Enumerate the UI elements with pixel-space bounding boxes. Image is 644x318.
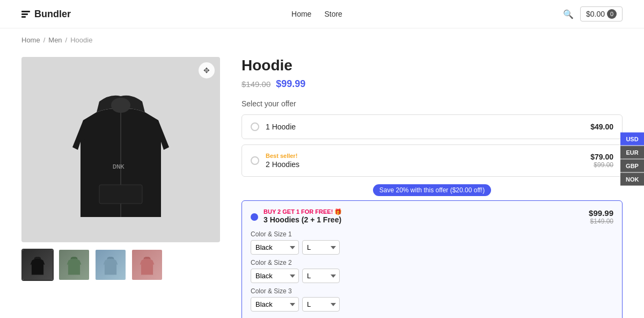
breadcrumb-sep-1: /: [43, 36, 46, 44]
site-logo[interactable]: Bundler: [21, 9, 71, 20]
offer-1-radio: [251, 122, 259, 131]
offer-1-info: 1 Hoodie: [266, 122, 590, 131]
color-size-2: Color & Size 2 Black Green Blue Pink S M…: [251, 259, 613, 283]
nav-store[interactable]: Store: [324, 10, 342, 18]
thumbnail-pink[interactable]: [131, 249, 163, 281]
product-title: Hoodie: [241, 57, 623, 74]
offer-2-save-badge: Save 20% with this offer ($20.00 off!): [373, 184, 491, 196]
color-select-3[interactable]: Black Green Blue Pink: [251, 297, 299, 312]
size-select-1[interactable]: S M L XL XXL: [302, 240, 340, 255]
offer-2-orig-price: $99.00: [590, 161, 613, 169]
cart-button[interactable]: $0.00 0: [580, 6, 623, 21]
svg-text:DNK: DNK: [113, 164, 125, 170]
thumbnail-black[interactable]: [21, 249, 54, 281]
color-size-3: Color & Size 3 Black Green Blue Pink S M…: [251, 287, 613, 312]
offer-2-price: $79.00: [590, 153, 613, 161]
currency-nok[interactable]: NOK: [620, 173, 644, 186]
offer-2-badge: Best seller!: [266, 153, 590, 159]
breadcrumb-current: Hoodie: [70, 36, 92, 44]
logo-icon: [21, 11, 30, 18]
offer-2-info: Best seller! 2 Hoodies: [266, 153, 590, 169]
color-size-2-label: Color & Size 2: [251, 259, 613, 266]
offer-1-title: 1 Hoodie: [266, 122, 590, 131]
product-details: Hoodie $149.00 $99.99 Select your offer …: [241, 57, 623, 318]
sale-price: $99.99: [276, 78, 305, 90]
offer-3-price: $99.99: [589, 208, 613, 218]
offer-3-radio: [251, 213, 258, 221]
select-offer-label: Select your offer: [241, 99, 623, 108]
main-content: DNK ✥: [0, 52, 644, 318]
offer-3-promo: BUY 2 GET 1 FOR FREE! 🎁: [264, 208, 342, 215]
product-thumbnails: [21, 249, 220, 281]
offer-2-title: 2 Hoodies: [266, 160, 590, 169]
color-select-1[interactable]: Black Green Blue Pink: [251, 240, 299, 255]
currency-gbp[interactable]: GBP: [620, 160, 644, 172]
offer-1-price: $49.00: [590, 122, 613, 131]
color-size-1-label: Color & Size 1: [251, 230, 613, 238]
breadcrumb-home[interactable]: Home: [21, 36, 40, 44]
main-nav: Home Store: [291, 10, 342, 18]
size-select-3[interactable]: S M L XL XXL: [302, 297, 340, 312]
breadcrumb: Home / Men / Hoodie: [0, 28, 644, 52]
breadcrumb-men[interactable]: Men: [48, 36, 62, 44]
product-images: DNK ✥: [21, 57, 220, 318]
offer-3-orig-price: $149.00: [589, 218, 613, 225]
original-price: $149.00: [241, 80, 270, 89]
breadcrumb-sep-2: /: [65, 36, 68, 44]
offer-3-title: 3 Hoodies (2 + 1 Free): [264, 215, 342, 224]
currency-sidebar: USD EUR GBP NOK: [620, 133, 644, 186]
color-size-3-label: Color & Size 3: [251, 287, 613, 295]
currency-usd[interactable]: USD: [620, 133, 644, 146]
offer-2-hoodies[interactable]: Best seller! 2 Hoodies $79.00 $99.00: [241, 144, 623, 177]
cart-price: $0.00: [586, 10, 605, 18]
price-row: $149.00 $99.99: [241, 78, 623, 90]
hoodie-illustration: DNK: [67, 75, 174, 225]
offer-2-radio: [251, 156, 259, 165]
color-select-2[interactable]: Black Green Blue Pink: [251, 269, 299, 283]
thumbnail-green[interactable]: [58, 249, 90, 281]
size-select-2[interactable]: S M L XL XXL: [302, 269, 340, 283]
logo-text: Bundler: [34, 9, 71, 20]
main-product-image: DNK ✥: [21, 57, 220, 242]
header-right: 🔍 $0.00 0: [563, 6, 623, 21]
cart-count: 0: [607, 9, 617, 19]
color-size-1: Color & Size 1 Black Green Blue Pink S M…: [251, 230, 613, 255]
expand-image-button[interactable]: ✥: [199, 62, 215, 78]
offer-3-hoodies[interactable]: BUY 2 GET 1 FOR FREE! 🎁 3 Hoodies (2 + 1…: [241, 200, 623, 318]
svg-rect-3: [99, 185, 142, 204]
thumbnail-blue[interactable]: [94, 249, 127, 281]
site-header: Bundler Home Store 🔍 $0.00 0: [0, 0, 644, 28]
offer-1-hoodie[interactable]: 1 Hoodie $49.00: [241, 114, 623, 139]
search-button[interactable]: 🔍: [563, 9, 574, 19]
nav-home[interactable]: Home: [291, 10, 311, 18]
currency-eur[interactable]: EUR: [620, 146, 644, 159]
